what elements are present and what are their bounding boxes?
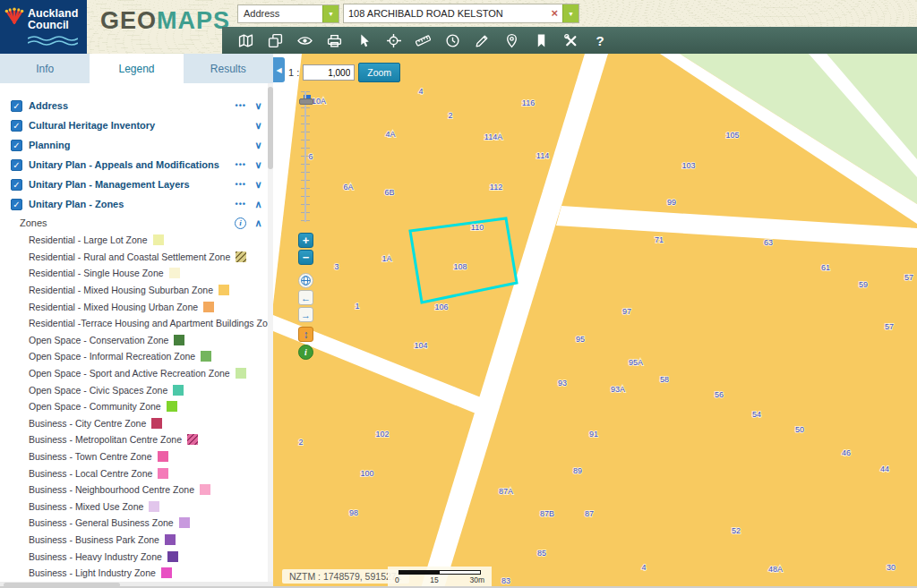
- search-type-value: Address: [238, 5, 322, 22]
- cursor-icon[interactable]: [352, 29, 375, 52]
- more-options-icon[interactable]: •••: [236, 160, 246, 169]
- more-options-icon[interactable]: •••: [236, 101, 246, 110]
- svg-text:91: 91: [589, 430, 598, 439]
- zoom-out-button[interactable]: −: [298, 250, 313, 265]
- chevron-icon[interactable]: ∨: [253, 120, 264, 132]
- next-extent-button[interactable]: →: [298, 307, 313, 322]
- print-icon[interactable]: [322, 29, 346, 52]
- svg-text:63: 63: [764, 238, 773, 247]
- globe-icon: [300, 275, 312, 286]
- svg-text:89: 89: [573, 466, 582, 475]
- zone-label: Open Space - Civic Spaces Zone: [29, 385, 167, 396]
- bookmark-icon[interactable]: [529, 29, 553, 52]
- chevron-down-icon[interactable]: ▼: [322, 5, 339, 22]
- search-input[interactable]: [344, 4, 546, 22]
- help-icon[interactable]: ?: [588, 29, 612, 52]
- app-title: GEOMAPS: [100, 7, 230, 35]
- copy-icon[interactable]: [263, 29, 287, 52]
- svg-text:71: 71: [655, 235, 664, 244]
- zone-swatch: [201, 351, 211, 362]
- locate-icon[interactable]: [381, 29, 405, 52]
- draw-icon[interactable]: [470, 29, 493, 52]
- visibility-icon[interactable]: [293, 29, 316, 52]
- search-options-chevron-icon[interactable]: ▼: [562, 4, 578, 22]
- tab-results[interactable]: Results: [184, 54, 273, 83]
- globe-button[interactable]: [298, 273, 313, 288]
- info-icon[interactable]: i: [235, 217, 246, 229]
- zone-label: Residential - Mixed Housing Suburban Zon…: [29, 285, 213, 295]
- legend-zone-row: Business - City Centre Zone: [0, 415, 273, 432]
- zone-swatch: [200, 484, 210, 495]
- scale-input[interactable]: [303, 64, 355, 81]
- svg-text:93: 93: [558, 379, 567, 388]
- print-icon-glyph: [327, 33, 342, 48]
- legend-group-row[interactable]: Zones i ∧: [0, 214, 273, 232]
- chevron-icon[interactable]: ∨: [253, 100, 264, 112]
- layer-checkbox[interactable]: ✓: [11, 159, 22, 171]
- clear-search-icon[interactable]: ×: [546, 4, 562, 22]
- map-icon[interactable]: [234, 29, 257, 52]
- layer-list: ✓ Address ••• ∨ ✓ Cultural Heritage Inve…: [0, 96, 273, 214]
- layer-row[interactable]: ✓ Cultural Heritage Inventory ••• ∨: [0, 115, 273, 135]
- zone-list: Residential - Large Lot Zone Residential…: [0, 232, 273, 581]
- legend-zone-row: Business - Neighbourhood Centre Zone: [0, 481, 273, 499]
- layer-checkbox[interactable]: ✓: [11, 179, 22, 191]
- tab-legend[interactable]: Legend: [91, 54, 183, 83]
- zoom-button[interactable]: Zoom: [358, 63, 400, 82]
- zone-label: Residential -Terrace Housing and Apartme…: [29, 318, 273, 328]
- layer-row[interactable]: ✓ Unitary Plan - Appeals and Modificatio…: [0, 155, 273, 175]
- chevron-up-icon[interactable]: ∧: [253, 217, 264, 229]
- sidebar-tabs: Info Legend Results: [0, 54, 273, 83]
- slider-handle[interactable]: [299, 98, 313, 105]
- pan-tool-button[interactable]: ↕: [298, 327, 313, 342]
- header: Auckland Council GEOMAPS Address ▼ × ▼: [0, 0, 917, 54]
- zone-swatch: [149, 501, 159, 512]
- layer-row[interactable]: ✓ Address ••• ∨: [0, 96, 273, 115]
- more-options-icon[interactable]: •••: [236, 200, 246, 209]
- collapse-sidebar-button[interactable]: ◀: [273, 57, 285, 82]
- identify-info-button[interactable]: i: [298, 345, 313, 360]
- waves-icon: [28, 36, 78, 46]
- zone-swatch: [153, 234, 164, 245]
- auckland-council-logo[interactable]: Auckland Council: [0, 0, 87, 54]
- ruler-icon[interactable]: [411, 29, 434, 52]
- svg-text:87: 87: [585, 509, 594, 518]
- tab-info[interactable]: Info: [0, 54, 91, 83]
- marker-icon[interactable]: [500, 29, 523, 52]
- layer-checkbox[interactable]: ✓: [11, 120, 22, 132]
- zone-swatch: [173, 385, 184, 396]
- zoom-in-button[interactable]: +: [298, 233, 313, 248]
- history-icon[interactable]: [441, 29, 464, 52]
- svg-text:103: 103: [681, 161, 695, 170]
- chevron-icon[interactable]: ∨: [253, 140, 264, 151]
- zoom-slider[interactable]: [300, 91, 311, 222]
- map-canvas[interactable]: 10A421164A114A11410561036A6B112991107163…: [273, 54, 917, 588]
- app-title-geo: GEO: [100, 7, 157, 34]
- layer-checkbox[interactable]: ✓: [11, 199, 22, 210]
- more-options-icon[interactable]: •••: [236, 180, 246, 189]
- chevron-icon[interactable]: ∧: [253, 199, 264, 210]
- zone-label: Business - Heavy Industry Zone: [29, 551, 162, 562]
- search-type-dropdown[interactable]: Address ▼: [237, 4, 339, 23]
- layer-checkbox[interactable]: ✓: [11, 100, 22, 112]
- zone-label: Residential - Mixed Housing Urban Zone: [29, 302, 198, 312]
- layer-checkbox[interactable]: ✓: [11, 140, 22, 151]
- layer-label: Planning: [29, 140, 229, 150]
- legend-zone-row: Residential - Large Lot Zone: [0, 232, 273, 249]
- layer-row[interactable]: ✓ Planning ••• ∨: [0, 135, 273, 155]
- layer-row[interactable]: ✓ Unitary Plan - Management Layers ••• ∨: [0, 175, 273, 194]
- previous-extent-button[interactable]: ←: [298, 290, 313, 305]
- chevron-icon[interactable]: ∨: [253, 159, 264, 171]
- scalebar-labels: 0 15 30m: [395, 575, 484, 584]
- svg-text:57: 57: [885, 322, 894, 331]
- legend-zone-row: Business - Metropolitan Centre Zone: [0, 431, 273, 448]
- zone-swatch: [174, 335, 184, 345]
- tools-icon[interactable]: [559, 29, 582, 52]
- layer-label: Address: [29, 100, 229, 111]
- zone-label: Business - Local Centre Zone: [29, 468, 152, 479]
- layer-row[interactable]: ✓ Unitary Plan - Zones ••• ∧: [0, 194, 273, 214]
- ruler-icon-glyph: [416, 33, 431, 48]
- svg-text:87A: 87A: [499, 487, 513, 496]
- zone-swatch: [187, 434, 198, 445]
- chevron-icon[interactable]: ∨: [253, 179, 264, 191]
